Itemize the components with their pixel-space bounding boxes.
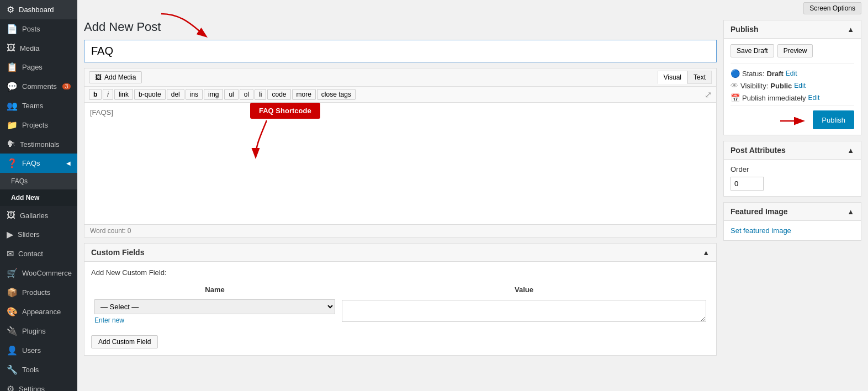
order-label-wrap: Order	[731, 165, 854, 173]
fmt-li[interactable]: li	[255, 89, 266, 100]
sidebar-item-dashboard[interactable]: ⚙ Dashboard	[0, 0, 77, 19]
add-media-button[interactable]: 🖼 Add Media	[89, 71, 142, 83]
plugins-icon: 🔌	[7, 326, 18, 336]
schedule-label: Publish immediately	[742, 94, 806, 102]
sidebar-item-comments[interactable]: 💬 Comments 3	[0, 77, 77, 96]
sidebar-item-label: Sliders	[18, 230, 40, 239]
publish-collapse-icon[interactable]: ▲	[847, 25, 854, 34]
visibility-edit-link[interactable]: Edit	[794, 82, 806, 89]
fmt-link[interactable]: link	[114, 89, 133, 100]
sidebar-item-plugins[interactable]: 🔌 Plugins	[0, 321, 77, 341]
visibility-icon: 👁	[731, 81, 738, 90]
publish-button[interactable]: Publish	[813, 110, 854, 129]
fmt-img[interactable]: img	[204, 89, 223, 100]
sidebar-item-label: Tools	[22, 366, 39, 374]
sidebar-item-projects[interactable]: 📁 Projects	[0, 115, 77, 135]
text-tab[interactable]: Text	[687, 71, 712, 84]
set-featured-image-link[interactable]: Set featured image	[731, 226, 791, 235]
custom-fields-box: Custom Fields ▲ Add New Custom Field: Na…	[84, 243, 717, 356]
cf-table: Name Value — Select —	[91, 282, 710, 326]
fullscreen-button[interactable]: ⤢	[705, 89, 712, 100]
sidebar-item-products[interactable]: 📦 Products	[0, 283, 77, 302]
fmt-ul[interactable]: ul	[224, 89, 238, 100]
comments-icon: 💬	[7, 81, 18, 92]
sidebar-item-appearance[interactable]: 🎨 Appearance	[0, 302, 77, 321]
featured-image-toggle[interactable]: ▲	[847, 208, 854, 216]
sidebar-item-settings[interactable]: ⚙ Settings	[0, 379, 77, 391]
add-custom-field-button[interactable]: Add Custom Field	[91, 335, 158, 348]
sidebar-item-sliders[interactable]: ▶ Sliders	[0, 225, 77, 244]
publish-btn-row: Publish	[731, 105, 854, 129]
sidebar-item-users[interactable]: 👤 Users	[0, 341, 77, 360]
sidebar-item-contact[interactable]: ✉ Contact	[0, 244, 77, 263]
sidebar-item-galleries[interactable]: 🖼 Gallaries	[0, 206, 77, 225]
main-content: Screen Options Add New Post	[77, 0, 868, 391]
visibility-row: 👁 Visibility: Public Edit	[731, 81, 854, 90]
cf-value-input[interactable]	[342, 300, 706, 322]
editor-content-wrapper: [FAQS] FAQ Shortcode	[84, 103, 716, 224]
preview-button[interactable]: Preview	[777, 44, 813, 57]
sidebar-item-media[interactable]: 🖼 Media	[0, 39, 77, 57]
word-count: Word count: 0	[90, 227, 131, 235]
status-edit-link[interactable]: Edit	[786, 70, 797, 77]
faqs-icon: ❓	[7, 158, 18, 168]
sidebar-item-label: FAQs	[22, 159, 40, 167]
products-icon: 📦	[7, 287, 18, 298]
sidebar-item-tools[interactable]: 🔧 Tools	[0, 360, 77, 379]
screen-options-button[interactable]: Screen Options	[803, 2, 861, 14]
fmt-more[interactable]: more	[292, 89, 316, 100]
add-new-cf-label: Add New Custom Field:	[91, 268, 710, 277]
enter-new-link[interactable]: Enter new	[94, 316, 335, 324]
sidebar-sub-faqs[interactable]: FAQs	[0, 173, 77, 189]
custom-fields-header[interactable]: Custom Fields ▲	[84, 244, 716, 262]
custom-fields-toggle[interactable]: ▲	[702, 249, 710, 257]
sidebar-item-label: Posts	[22, 25, 40, 33]
sidebar-item-teams[interactable]: 👥 Teams	[0, 96, 77, 115]
schedule-edit-link[interactable]: Edit	[808, 94, 820, 102]
save-draft-button[interactable]: Save Draft	[731, 44, 774, 57]
format-toolbar: b i link b-quote del ins img ul ol li co…	[84, 87, 716, 103]
sidebar-item-posts[interactable]: 📄 Posts	[0, 19, 77, 39]
dashboard-icon: ⚙	[7, 4, 14, 15]
sidebar-item-label: Projects	[22, 121, 48, 129]
tools-icon: 🔧	[7, 364, 18, 375]
fmt-ins[interactable]: ins	[186, 89, 203, 100]
fmt-bquote[interactable]: b-quote	[134, 89, 166, 100]
sub-faqs-label: FAQs	[11, 177, 28, 185]
sidebar-item-label: Users	[22, 346, 41, 355]
sidebar-item-pages[interactable]: 📋 Pages	[0, 57, 77, 77]
cf-value-header: Value	[338, 282, 710, 297]
featured-image-body: Set featured image	[724, 221, 861, 240]
page-title-wrapper: Add New Post	[84, 17, 161, 40]
main-column: Add New Post 🖼	[84, 17, 717, 356]
fmt-bold[interactable]: b	[89, 89, 102, 100]
galleries-icon: 🖼	[7, 210, 15, 220]
visual-tab[interactable]: Visual	[658, 71, 687, 84]
editor-footer: Word count: 0	[84, 224, 716, 237]
fmt-ol[interactable]: ol	[240, 89, 253, 100]
post-attributes-toggle[interactable]: ▲	[847, 146, 854, 155]
faqs-submenu: FAQs Add New	[0, 173, 77, 206]
publish-box-body: Save Draft Preview 🔵 Status: Draft Edit …	[724, 39, 861, 135]
post-title-input[interactable]	[84, 40, 717, 62]
editor-content[interactable]: [FAQS]	[84, 103, 716, 224]
fmt-close-tags[interactable]: close tags	[317, 89, 356, 100]
posts-icon: 📄	[7, 24, 18, 34]
fmt-code[interactable]: code	[267, 89, 290, 100]
cf-value-cell	[338, 297, 710, 326]
sidebar-item-woocommerce[interactable]: 🛒 WooCommerce	[0, 263, 77, 283]
order-input[interactable]	[731, 177, 764, 191]
visibility-label: Visibility:	[740, 82, 768, 90]
woo-icon: 🛒	[7, 268, 18, 278]
sidebar-sub-addnew[interactable]: Add New	[0, 189, 77, 206]
featured-image-title: Featured Image	[731, 207, 787, 216]
fmt-del[interactable]: del	[167, 89, 184, 100]
custom-fields-title: Custom Fields	[91, 248, 144, 257]
fmt-italic[interactable]: i	[103, 89, 113, 100]
sidebar-item-faqs[interactable]: ❓ FAQs ◀	[0, 154, 77, 173]
content-area: Add New Post 🖼	[77, 17, 868, 362]
cf-select[interactable]: — Select —	[94, 299, 335, 314]
sidebar: ⚙ Dashboard 📄 Posts 🖼 Media 📋 Pages 💬 Co…	[0, 0, 77, 391]
sidebar-item-testimonials[interactable]: 🗣 Testimonials	[0, 135, 77, 154]
topbar: Screen Options	[77, 0, 868, 17]
